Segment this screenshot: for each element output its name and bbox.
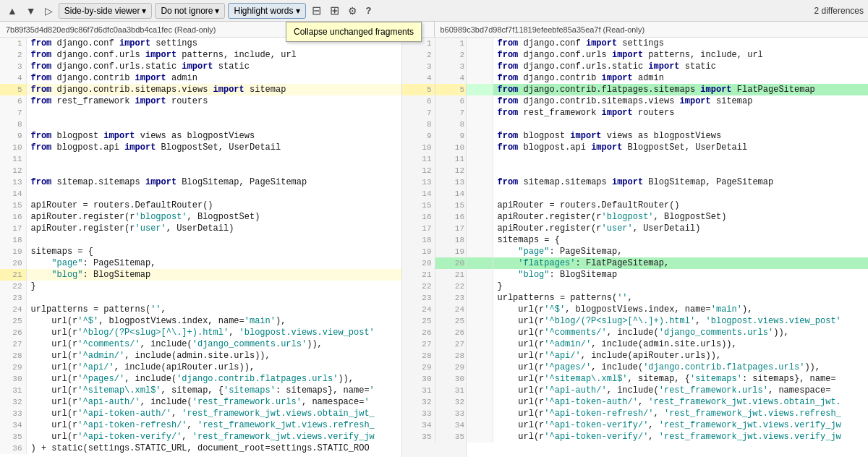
table-row: sitemaps = { [467, 234, 868, 246]
collapse-icon-button[interactable]: ⊟ [309, 3, 324, 19]
center-line-table: 11 22 33 44 55 66 77 88 99 1010 1111 121… [402, 38, 467, 443]
center-gutter: 11 22 33 44 55 66 77 88 99 1010 1111 121… [401, 38, 467, 457]
table-row: 4from django.contrib import admin [0, 72, 401, 84]
table-row: 30 url(r'^pages/', include('django.contr… [0, 373, 401, 385]
nav-first-button[interactable]: ▷ [42, 3, 56, 19]
table-row: from django.contrib.flatpages.sitemaps i… [467, 84, 868, 95]
left-panel[interactable]: 1from django.conf import settings 2from … [0, 38, 401, 457]
tooltip: Collapse unchanged fragments [286, 22, 422, 42]
table-row: from django.conf import settings [467, 38, 868, 49]
table-row: url(r'^api-token-refresh/', 'rest_framew… [467, 408, 868, 419]
table-row: 23 [0, 292, 401, 304]
table-row: 3from django.conf.urls.static import sta… [0, 61, 401, 72]
highlight-label: Highlight words [234, 6, 293, 16]
viewer-label: Side-by-side viewer [64, 6, 140, 16]
table-row: url(r'^api/', include(apiRouter.urls)), [467, 350, 868, 362]
table-row [467, 188, 868, 200]
table-row: 1919 [402, 246, 467, 257]
table-row: 14 [0, 188, 401, 200]
table-row: 28 url(r'^admin/', include(admin.site.ur… [0, 350, 401, 362]
table-row: url(r'^$', blogpostViews.index, name='ma… [467, 304, 868, 315]
table-row: 26 url(r'^blog/(?P<slug>[^\.]+).html', '… [0, 327, 401, 338]
table-row: 88 [402, 119, 467, 130]
table-row: 15apiRouter = routers.DefaultRouter() [0, 200, 401, 211]
filepath-bar: 7b89f35d4d820ed9c86f7d6dfc0aa3bdb4ca1fec… [0, 22, 868, 38]
table-row: 44 [402, 72, 467, 84]
table-row: 3333 [402, 408, 467, 419]
table-row: 19sitemaps = { [0, 246, 401, 257]
diff-container: 1from django.conf import settings 2from … [0, 38, 868, 457]
table-row: 16apiRouter.register(r'blogpost', Blogpo… [0, 211, 401, 223]
table-row: url(r'^comments/', include('django_comme… [467, 327, 868, 338]
table-row: 22 [402, 49, 467, 61]
table-row: 2424 [402, 304, 467, 315]
table-row: 12 [0, 165, 401, 176]
left-code-table: 1from django.conf import settings 2from … [0, 38, 401, 454]
ignore-dropdown-button[interactable]: Do not ignore ▾ [155, 3, 225, 19]
table-row: url(r'^api-token-auth/', 'rest_framework… [467, 396, 868, 408]
table-row: 1515 [402, 200, 467, 211]
table-row: 6from rest_framework import routers [0, 95, 401, 107]
table-row: url(r'^blog/(?P<slug>[^\.]+).html', 'blo… [467, 315, 868, 327]
highlight-chevron: ▾ [296, 6, 300, 16]
table-row: 66 [402, 95, 467, 107]
table-row: apiRouter = routers.DefaultRouter() [467, 200, 868, 211]
table-row: 1010 [402, 142, 467, 153]
table-row: 33 url(r'^api-token-auth/', 'rest_framew… [0, 408, 401, 419]
highlight-dropdown-button[interactable]: Highlight words ▾ [228, 3, 305, 19]
table-row: 32 url(r'^api-auth/', include('rest_fram… [0, 396, 401, 408]
table-row: from sitemap.sitemaps import BlogSitemap… [467, 176, 868, 188]
table-row: from blogpost import views as blogpostVi… [467, 130, 868, 142]
table-row: "page": PageSitemap, [467, 246, 868, 257]
settings-icon-button[interactable]: ⚙ [345, 3, 360, 19]
table-row: 25 url(r'^$', blogpostViews.index, name=… [0, 315, 401, 327]
grid-icon-button[interactable]: ⊞ [327, 3, 342, 19]
table-row: apiRouter.register(r'user', UserDetail) [467, 223, 868, 234]
table-row: 34 url(r'^api-token-refresh/', 'rest_fra… [0, 419, 401, 431]
table-row: url(r'^pages/', include('django.contrib.… [467, 362, 868, 373]
table-row: 27 url(r'^comments/', include('django_co… [0, 338, 401, 350]
nav-prev-button[interactable]: ▲ [4, 3, 20, 19]
viewer-dropdown-button[interactable]: Side-by-side viewer ▾ [59, 3, 153, 19]
table-row: 13from sitemap.sitemaps import BlogSitem… [0, 176, 401, 188]
table-row: } [467, 281, 868, 292]
table-row: 2727 [402, 338, 467, 350]
table-row: 10from blogpost.api import BlogpostSet, … [0, 142, 401, 153]
table-row: 2828 [402, 350, 467, 362]
table-row: 99 [402, 130, 467, 142]
table-row: 77 [402, 107, 467, 119]
table-row: 8 [0, 119, 401, 130]
table-row [467, 153, 868, 165]
table-row: 36) + static(settings.STATIC_URL, docume… [0, 443, 401, 454]
table-row: 22} [0, 281, 401, 292]
table-row: url(r'^api-token-verify/', 'rest_framewo… [467, 419, 868, 431]
table-row: 2from django.conf.urls import patterns, … [0, 49, 401, 61]
right-panel[interactable]: from django.conf import settings from dj… [467, 38, 868, 457]
table-row: 2020 [402, 257, 467, 269]
nav-next-button[interactable]: ▼ [23, 3, 39, 19]
table-row: 35 url(r'^api-token-verify/', 'rest_fram… [0, 431, 401, 443]
table-row: 2222 [402, 281, 467, 292]
table-row: from django.contrib import admin [467, 72, 868, 84]
help-icon-button[interactable]: ? [363, 3, 375, 19]
table-row: 1111 [402, 153, 467, 165]
table-row: 31 url(r'^sitemap\.xml$', sitemap, {'sit… [0, 385, 401, 396]
table-row [467, 165, 868, 176]
table-row: from blogpost.api import BlogpostSet, Us… [467, 142, 868, 153]
table-row: from django.conf.urls.static import stat… [467, 61, 868, 72]
table-row: 21 "blog": BlogSitemap [0, 269, 401, 281]
table-row: 3232 [402, 396, 467, 408]
table-row: 5from django.contrib.sitemaps.views impo… [0, 84, 401, 95]
table-row: 1212 [402, 165, 467, 176]
table-row: 2323 [402, 292, 467, 304]
table-row: 33 [402, 61, 467, 72]
table-row: 2626 [402, 327, 467, 338]
ignore-chevron: ▾ [215, 6, 219, 16]
table-row [467, 119, 868, 130]
table-row: 17apiRouter.register(r'user', UserDetail… [0, 223, 401, 234]
table-row: url(r'^api-token-verify/', 'rest_framewo… [467, 431, 868, 443]
table-row: 1414 [402, 188, 467, 200]
table-row: 29 url(r'^api/', include(apiRouter.urls)… [0, 362, 401, 373]
table-row: from rest_framework import routers [467, 107, 868, 119]
table-row: 11 [0, 153, 401, 165]
